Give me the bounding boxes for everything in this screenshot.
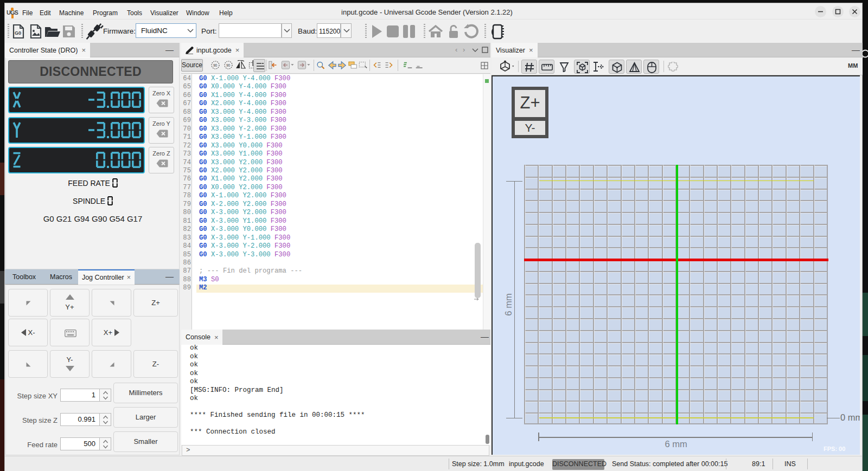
svg-text:G0: G0 (15, 30, 21, 36)
svg-text:90: 90 (213, 63, 218, 67)
svg-text:90: 90 (226, 63, 231, 67)
